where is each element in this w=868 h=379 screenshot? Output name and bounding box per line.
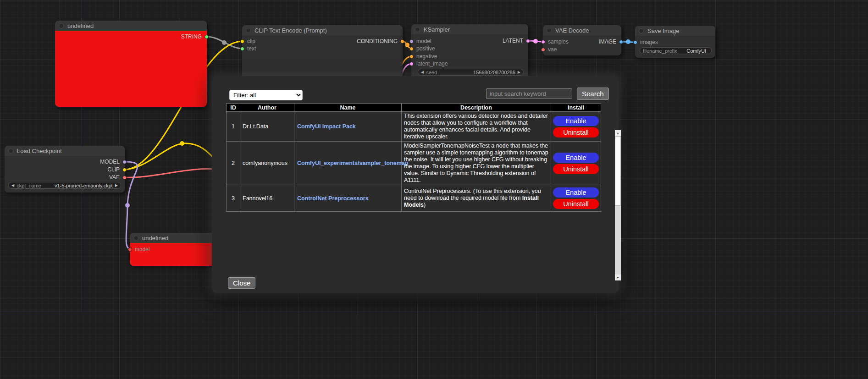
widget-value: 156680208700286 xyxy=(473,70,515,75)
conditioning-slot-dot[interactable] xyxy=(400,39,404,44)
input-slot-positive[interactable]: positive xyxy=(409,45,435,52)
collapse-dot-icon[interactable] xyxy=(415,27,420,32)
input-slot-negative[interactable]: negative xyxy=(409,53,437,60)
output-slot-model[interactable]: MODEL xyxy=(100,159,127,165)
node-title-bar[interactable]: CLIP Text Encode (Prompt) xyxy=(242,25,403,35)
node-title-bar[interactable]: undefined xyxy=(130,233,215,243)
output-slot-latent[interactable]: LATENT xyxy=(503,38,530,44)
input-slot-model[interactable]: model xyxy=(128,246,150,253)
cell-install: EnableUninstall xyxy=(551,185,601,212)
node-title-bar[interactable]: KSampler xyxy=(411,24,528,34)
extension-link[interactable]: ComfyUI Impact Pack xyxy=(297,123,356,130)
node-title-text: undefined xyxy=(67,22,94,29)
widget-left-arrow-icon[interactable]: ◀ xyxy=(11,184,14,187)
uninstall-button[interactable]: Uninstall xyxy=(553,199,599,209)
positive-slot-dot[interactable] xyxy=(409,47,414,51)
output-slot-conditioning[interactable]: CONDITIONING xyxy=(357,38,404,44)
collapse-dot-icon[interactable] xyxy=(59,23,64,28)
input-slot-latent-image[interactable]: latent_image xyxy=(409,60,448,67)
extension-row: 1Dr.Lt.DataComfyUI Impact PackThis exten… xyxy=(227,112,601,142)
collapse-dot-icon[interactable] xyxy=(547,28,552,33)
output-slot-string[interactable]: STRING xyxy=(181,33,209,40)
collapse-dot-icon[interactable] xyxy=(8,148,13,154)
input-slot-vae[interactable]: vae xyxy=(541,46,557,53)
node-ksampler[interactable]: KSampler model positive negative latent_… xyxy=(411,24,528,78)
node-title-text: CLIP Text Encode (Prompt) xyxy=(254,27,327,34)
clip-slot-dot[interactable] xyxy=(240,39,244,44)
slot-label: model xyxy=(135,246,150,253)
cell-install: EnableUninstall xyxy=(551,142,601,185)
slot-label: text xyxy=(247,45,256,52)
scroll-up-icon[interactable]: ▲ xyxy=(615,130,621,136)
node-load-checkpoint[interactable]: Load Checkpoint MODEL CLIP VAE ◀ ckpt_na… xyxy=(5,146,125,192)
cell-description: ControlNet Preprocessors. (To use this e… xyxy=(402,185,551,212)
latent-slot-dot[interactable] xyxy=(526,39,530,43)
clip-slot-dot[interactable] xyxy=(122,168,127,172)
scrollbar-thumb[interactable] xyxy=(615,136,621,206)
uninstall-button[interactable]: Uninstall xyxy=(553,164,599,174)
node-undefined-top[interactable]: undefined STRING xyxy=(55,21,207,107)
input-slot-images[interactable]: images xyxy=(633,39,658,45)
image-slot-dot[interactable] xyxy=(619,40,623,44)
canvas-origin-horizontal-line xyxy=(0,312,868,312)
widget-left-arrow-icon[interactable]: ◀ xyxy=(421,71,424,74)
slot-label: negative xyxy=(416,53,437,60)
extension-link[interactable]: ComfyUI_experiments/sampler_tonemap xyxy=(297,160,408,166)
node-save-image[interactable]: Save Image images filename_prefix ComfyU… xyxy=(635,26,715,58)
search-input[interactable] xyxy=(486,88,572,99)
extension-row: 2comfyanonymousComfyUI_experiments/sampl… xyxy=(227,142,601,185)
vae-slot-dot[interactable] xyxy=(541,48,545,52)
samples-slot-dot[interactable] xyxy=(541,40,545,44)
table-scrollbar[interactable]: ▲ ▼ xyxy=(615,130,621,280)
cell-id: 2 xyxy=(227,142,240,185)
images-slot-dot[interactable] xyxy=(633,40,637,44)
filter-select[interactable]: Filter: all xyxy=(229,90,303,100)
node-undefined-bottom[interactable]: undefined model xyxy=(130,233,215,266)
output-slot-image[interactable]: IMAGE xyxy=(598,38,623,45)
widget-label: seed xyxy=(426,70,437,75)
enable-button[interactable]: Enable xyxy=(553,116,599,126)
vae-slot-dot[interactable] xyxy=(122,176,127,180)
enable-button[interactable]: Enable xyxy=(553,187,599,198)
cell-install: EnableUninstall xyxy=(551,112,601,142)
text-slot-dot[interactable] xyxy=(240,47,244,51)
collapse-dot-icon[interactable] xyxy=(639,28,644,33)
input-slot-samples[interactable]: samples xyxy=(541,38,569,45)
scroll-down-icon[interactable]: ▼ xyxy=(615,275,621,280)
seed-widget[interactable]: ◀ seed 156680208700286 ▶ xyxy=(418,69,524,76)
input-slot-text[interactable]: text xyxy=(240,45,256,52)
collapse-dot-icon[interactable] xyxy=(133,236,138,241)
enable-button[interactable]: Enable xyxy=(553,153,599,163)
model-slot-dot[interactable] xyxy=(128,247,132,252)
output-slot-vae[interactable]: VAE xyxy=(109,174,127,181)
input-slot-model[interactable]: model xyxy=(409,38,431,44)
widget-right-arrow-icon[interactable]: ▶ xyxy=(518,71,520,74)
negative-slot-dot[interactable] xyxy=(409,55,414,59)
node-title-text: KSampler xyxy=(424,26,450,33)
node-title-bar[interactable]: VAE Decode xyxy=(543,25,621,35)
ckpt-name-widget[interactable]: ◀ ckpt_name v1-5-pruned-emaonly.ckpt ▶ xyxy=(8,182,121,189)
slot-label: CONDITIONING xyxy=(357,38,398,44)
node-title-text: undefined xyxy=(142,235,168,242)
collapse-dot-icon[interactable] xyxy=(246,28,251,33)
close-button[interactable]: Close xyxy=(228,277,255,289)
latent-image-slot-dot[interactable] xyxy=(409,62,414,66)
node-title-bar[interactable]: Load Checkpoint xyxy=(5,146,125,156)
node-vae-decode[interactable]: VAE Decode samples vae IMAGE xyxy=(543,25,621,55)
node-title-bar[interactable]: undefined xyxy=(55,21,207,31)
slot-label: MODEL xyxy=(100,159,120,165)
model-slot-dot[interactable] xyxy=(122,160,127,164)
node-clip-text-encode[interactable]: CLIP Text Encode (Prompt) clip text COND… xyxy=(242,25,403,78)
slot-label: vae xyxy=(548,46,557,53)
search-button[interactable]: Search xyxy=(577,88,609,100)
output-slot-clip[interactable]: CLIP xyxy=(107,166,127,173)
extensions-table: IDAuthorNameDescriptionInstall 1Dr.Lt.Da… xyxy=(226,103,601,212)
filename-prefix-widget[interactable]: filename_prefix ComfyUI xyxy=(640,47,712,54)
widget-right-arrow-icon[interactable]: ▶ xyxy=(115,184,118,187)
string-slot-dot[interactable] xyxy=(205,35,209,39)
model-slot-dot[interactable] xyxy=(409,39,414,44)
input-slot-clip[interactable]: clip xyxy=(240,38,255,44)
extension-link[interactable]: ControlNet Preprocessors xyxy=(297,195,369,202)
uninstall-button[interactable]: Uninstall xyxy=(553,127,599,137)
node-title-bar[interactable]: Save Image xyxy=(635,26,715,36)
